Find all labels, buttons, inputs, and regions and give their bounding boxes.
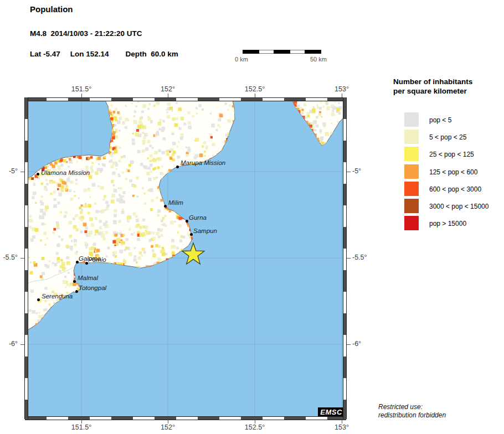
lat-tick-label-left: -5.5° bbox=[0, 254, 18, 261]
lat-tick-label-right: -5° bbox=[352, 167, 380, 175]
legend-title-line2: per square kilometer bbox=[393, 86, 472, 96]
lat-tick-right bbox=[347, 172, 351, 172]
lon-tick-label-top: 153° bbox=[308, 85, 375, 93]
place-label: Ulamona Mission bbox=[41, 169, 90, 176]
lat-tick-left bbox=[20, 258, 24, 259]
place-dot bbox=[37, 298, 40, 301]
lon-tick-label-top: 151.5° bbox=[48, 85, 115, 93]
legend-label: 3000 < pop < 15000 bbox=[429, 203, 488, 210]
place-dot bbox=[76, 261, 79, 264]
legend-label: pop < 5 bbox=[429, 116, 451, 124]
lon-tick-label-bottom: 151.5° bbox=[48, 423, 115, 431]
place-label: Serenguna bbox=[42, 293, 73, 299]
legend-label: 600 < pop < 3000 bbox=[429, 185, 481, 193]
legend-title: Number of inhabitants per square kilomet… bbox=[393, 77, 472, 96]
place-label: Milim bbox=[168, 199, 183, 206]
legend-row: 5 < pop < 25 bbox=[404, 130, 504, 144]
legend-label: 25 < pop < 125 bbox=[429, 151, 474, 158]
map-frame-top bbox=[25, 97, 346, 101]
legend-label: 125 < pop < 600 bbox=[429, 168, 477, 176]
lon-tick-top bbox=[168, 94, 168, 97]
legend-row: 125 < pop < 600 bbox=[404, 164, 504, 179]
event-magnitude-datetime: M4.8 2014/10/03 - 21:22:20 UTC bbox=[30, 29, 142, 38]
map-scale-bar bbox=[243, 50, 321, 54]
map-frame-right bbox=[343, 97, 347, 419]
legend-row: pop < 5 bbox=[404, 112, 504, 127]
lon-tick-bottom bbox=[342, 420, 342, 423]
scale-bar-start-label: 0 km bbox=[235, 56, 248, 63]
lon-tick-bottom bbox=[81, 420, 82, 423]
scale-bar-segment bbox=[274, 50, 290, 54]
depth-value: Depth 60.0 km bbox=[126, 50, 178, 58]
lat-tick-label-right: -5.5° bbox=[352, 254, 380, 261]
lon-tick-bottom bbox=[255, 420, 255, 423]
place-dot bbox=[176, 166, 179, 168]
legend-label: pop > 15000 bbox=[429, 220, 466, 228]
lon-tick-top bbox=[342, 94, 342, 97]
lon-tick-label-top: 152.5° bbox=[222, 85, 288, 93]
legend-row: 600 < pop < 3000 bbox=[404, 182, 504, 196]
place-dot bbox=[85, 262, 88, 265]
restricted-use-note: Restricted use: redistribution forbidden bbox=[378, 403, 446, 420]
map-frame-left bbox=[24, 97, 28, 419]
legend-swatch bbox=[404, 147, 419, 161]
lat-tick-label-left: -6° bbox=[0, 340, 18, 348]
lat-tick-label-left: -5° bbox=[0, 167, 18, 175]
legend-swatch bbox=[404, 112, 419, 127]
page-title: Population bbox=[30, 4, 73, 14]
legend-swatch bbox=[404, 199, 419, 213]
legend-swatch bbox=[404, 216, 419, 230]
place-label: Pomio bbox=[88, 256, 106, 263]
lon-tick-label-bottom: 152.5° bbox=[222, 423, 288, 431]
scale-bar-segment bbox=[243, 50, 259, 54]
population-map: Ulamona MissionMarupa MissionMilimGurnaS… bbox=[28, 101, 343, 416]
place-label: Totongpal bbox=[79, 285, 106, 291]
latitude-value: Lat -5.47 bbox=[30, 50, 60, 58]
place-dot bbox=[190, 233, 193, 236]
legend-swatch bbox=[404, 164, 419, 179]
legend-label: 5 < pop < 25 bbox=[429, 133, 466, 141]
place-label: Malmal bbox=[78, 275, 98, 281]
restricted-use-line1: Restricted use: bbox=[378, 403, 446, 411]
place-dot bbox=[37, 173, 39, 175]
lon-tick-label-top: 152° bbox=[135, 85, 201, 93]
lon-tick-label-bottom: 153° bbox=[308, 423, 375, 431]
scale-bar-end-label: 50 km bbox=[310, 56, 327, 63]
emsc-population-map-page: { "header": { "title": "Population", "ev… bbox=[0, 0, 504, 434]
place-dot bbox=[75, 290, 78, 293]
map-frame-bottom bbox=[25, 416, 346, 420]
map-labels-overlay: Ulamona MissionMarupa MissionMilimGurnaS… bbox=[28, 101, 343, 416]
legend-swatch bbox=[404, 182, 419, 196]
hypocenter-line: Lat -5.47Lon 152.14Depth 60.0 km bbox=[30, 50, 178, 58]
legend-row: 25 < pop < 125 bbox=[404, 147, 504, 161]
place-label: Sampun bbox=[193, 228, 217, 234]
lat-tick-right bbox=[347, 344, 351, 345]
longitude-value: Lon 152.14 bbox=[70, 50, 109, 58]
lon-tick-bottom bbox=[168, 420, 168, 423]
lon-tick-top bbox=[255, 94, 255, 97]
lon-tick-label-bottom: 152° bbox=[135, 423, 201, 431]
legend-swatch bbox=[404, 130, 419, 144]
legend-row: pop > 15000 bbox=[404, 216, 504, 230]
place-dot bbox=[186, 220, 188, 223]
legend-title-line1: Number of inhabitants bbox=[393, 77, 472, 86]
scale-bar-segment bbox=[305, 50, 321, 54]
restricted-use-line2: redistribution forbidden bbox=[378, 411, 446, 420]
lat-tick-right bbox=[347, 258, 351, 259]
place-dot bbox=[73, 280, 76, 283]
lat-tick-left bbox=[20, 344, 24, 345]
place-label: Gurna bbox=[189, 214, 207, 221]
place-dot bbox=[164, 205, 167, 208]
lat-tick-left bbox=[20, 172, 24, 172]
place-label: Marupa Mission bbox=[181, 159, 225, 166]
legend-row: 3000 < pop < 15000 bbox=[404, 199, 504, 213]
lon-tick-top bbox=[81, 94, 82, 97]
lat-tick-label-right: -6° bbox=[352, 340, 380, 348]
